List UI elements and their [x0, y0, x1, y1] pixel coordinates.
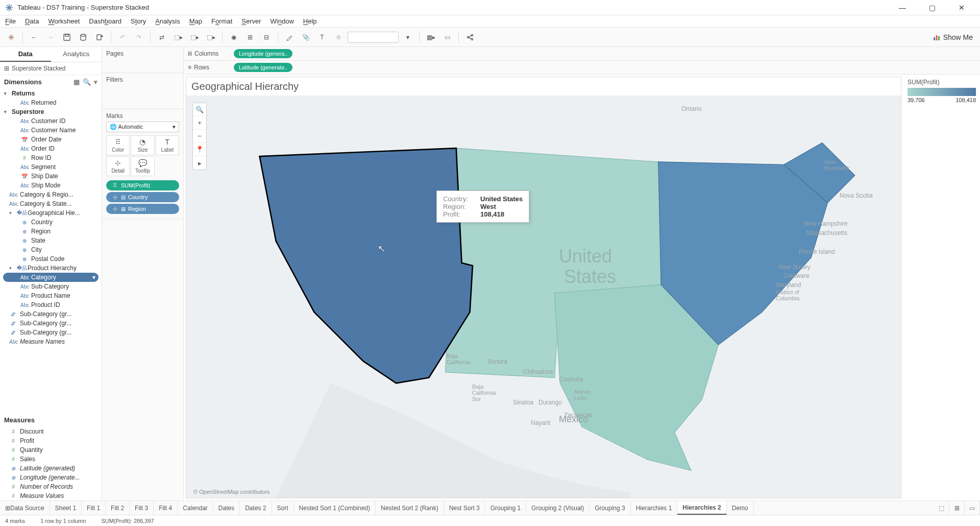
pill-country[interactable]: ⊹⊟ Country — [106, 192, 179, 202]
tab-nest3[interactable]: Nest Sort 3 — [444, 501, 485, 515]
text-button[interactable]: T — [315, 30, 329, 44]
menu-map[interactable]: Map — [189, 17, 202, 25]
filters-card[interactable]: Filters — [106, 76, 179, 83]
data-source-row[interactable]: ⊞ Superstore Stacked — [0, 62, 102, 75]
undo-button[interactable]: ↶ — [115, 30, 130, 44]
pill-latitude[interactable]: Latitude (generate.. — [234, 63, 292, 72]
menu-analysis[interactable]: Analysis — [155, 17, 180, 25]
pages-card[interactable]: Pages — [106, 50, 179, 57]
present-button[interactable]: ▭ — [440, 30, 454, 44]
pill-sum-profit[interactable]: ⠿SUM(Profit) — [106, 180, 179, 190]
rows-icon: ≡ — [188, 64, 191, 71]
menu-dashboard[interactable]: Dashboard — [89, 17, 121, 25]
forward-button[interactable]: → — [43, 30, 58, 44]
menu-file[interactable]: File — [5, 17, 16, 25]
svg-rect-21 — [938, 36, 940, 40]
tab-sheet1[interactable]: Sheet 1 — [50, 501, 82, 515]
menu-story[interactable]: Story — [131, 17, 146, 25]
menubar: File Data Worksheet Dashboard Story Anal… — [0, 15, 980, 28]
tab-dates[interactable]: Dates — [213, 501, 240, 515]
menu-icon[interactable]: ▾ — [94, 78, 97, 86]
tab-hier2[interactable]: Hierarchies 2 — [677, 501, 726, 515]
dimensions-list[interactable]: ▾Returns AbcReturned ▾Superstore AbcCust… — [0, 89, 102, 413]
marks-tooltip[interactable]: 💬Tooltip — [131, 156, 154, 176]
columns-shelf[interactable]: iiiColumns Longitude (genera.. — [184, 47, 980, 61]
new-story-button[interactable]: ▭ — [965, 501, 980, 515]
sort-desc-button[interactable]: ⬚▸ — [187, 30, 202, 44]
rows-shelf[interactable]: ≡Rows Latitude (generate.. — [184, 61, 980, 75]
totals-button[interactable]: ⬚▸ — [204, 30, 218, 44]
new-dashboard-button[interactable]: ⊞ — [949, 501, 965, 515]
map-zoom-out[interactable]: − — [193, 130, 206, 143]
analytics-tab[interactable]: Analytics — [51, 47, 102, 62]
svg-line-18 — [469, 37, 471, 39]
tab-dates2[interactable]: Dates 2 — [240, 501, 272, 515]
sort-asc-button[interactable]: ⬚▸ — [171, 30, 185, 44]
menu-data[interactable]: Data — [25, 17, 39, 25]
tab-sort[interactable]: Sort — [272, 501, 294, 515]
tab-data-source[interactable]: ⊞ Data Source — [0, 501, 50, 515]
tab-group2[interactable]: Grouping 2 (Visual) — [526, 501, 590, 515]
new-sheet-button[interactable] — [92, 30, 107, 44]
map-attribution: © OpenStreetMap contributors — [193, 489, 270, 495]
tab-calendar[interactable]: Calendar — [178, 501, 213, 515]
toolbar-search[interactable] — [348, 32, 399, 43]
marks-detail[interactable]: ⊹Detail — [106, 156, 130, 176]
tableau-icon[interactable] — [4, 30, 18, 44]
svg-rect-19 — [934, 37, 935, 40]
map-pin-button[interactable]: 📍 — [193, 143, 206, 156]
tab-nested1[interactable]: Nested Sort 1 (Combined) — [294, 501, 376, 515]
new-worksheet-button[interactable]: ⬚ — [934, 501, 949, 515]
data-tab[interactable]: Data — [0, 47, 51, 62]
marks-size[interactable]: ◔Size — [131, 135, 154, 155]
tab-filt4[interactable]: Filt 4 — [154, 501, 178, 515]
new-data-button[interactable] — [76, 30, 90, 44]
map-viz[interactable]: Geographical Hierarchy 🔍 + − 📍 ▸ United … — [186, 77, 901, 498]
maximize-button[interactable]: ▢ — [924, 2, 941, 14]
back-button[interactable]: ← — [27, 30, 41, 44]
tab-filt1[interactable]: Filt 1 — [82, 501, 106, 515]
view-icon[interactable]: ▦ — [74, 78, 80, 86]
tab-group1[interactable]: Grouping 1 — [485, 501, 526, 515]
map-expand-button[interactable]: ▸ — [193, 156, 206, 170]
mark-type-dropdown[interactable]: 🌐 Automatic▾ — [106, 122, 179, 132]
tab-nested2[interactable]: Nested Sort 2 (Rank) — [376, 501, 444, 515]
marks-color[interactable]: ⠿Color — [106, 135, 130, 155]
measures-list[interactable]: #Discount #Profit #Quantity #Sales ⊕Lati… — [0, 427, 102, 500]
menu-format[interactable]: Format — [211, 17, 232, 25]
highlight-button[interactable]: ◉ — [227, 30, 241, 44]
star-icon[interactable]: ☆ — [331, 30, 346, 44]
sheet-tabs: ⊞ Data Source Sheet 1 Filt 1 Filt 2 Filt… — [0, 500, 980, 515]
show-me-button[interactable]: Show Me — [930, 33, 976, 41]
pen-icon[interactable] — [282, 30, 297, 44]
tab-demo[interactable]: Demo — [727, 501, 754, 515]
labels-button[interactable]: ⊟ — [259, 30, 274, 44]
tab-hier1[interactable]: Hierarchies 1 — [631, 501, 678, 515]
share-icon[interactable] — [463, 30, 477, 44]
minimize-button[interactable]: — — [894, 2, 911, 14]
tableau-logo-icon — [5, 4, 13, 12]
marks-label[interactable]: TLabel — [156, 135, 179, 155]
menu-help[interactable]: Help — [303, 17, 317, 25]
search-icon[interactable]: 🔍 — [83, 78, 91, 86]
menu-worksheet[interactable]: Worksheet — [48, 17, 80, 25]
group-button[interactable]: ⊞ — [243, 30, 257, 44]
map-search-button[interactable]: 🔍 — [193, 103, 206, 116]
pill-region[interactable]: ⊹⊞ Region — [106, 204, 179, 214]
field-category[interactable]: AbcCategory▾ — [3, 273, 99, 282]
swap-button[interactable]: ⇄ — [155, 30, 169, 44]
pill-longitude[interactable]: Longitude (genera.. — [234, 49, 292, 58]
tab-filt3[interactable]: Filt 3 — [130, 501, 154, 515]
redo-button[interactable]: ↷ — [132, 30, 146, 44]
pin-icon[interactable]: 📎 — [299, 30, 313, 44]
close-button[interactable]: ✕ — [953, 2, 970, 14]
tab-group3[interactable]: Grouping 3 — [590, 501, 630, 515]
save-button[interactable] — [60, 30, 74, 44]
color-legend[interactable]: SUM(Profit) 39,706108,418 — [903, 75, 980, 500]
map-zoom-in[interactable]: + — [193, 116, 206, 130]
search-dd[interactable]: ▾ — [401, 30, 415, 44]
fit-button[interactable]: ▦▸ — [424, 30, 438, 44]
tab-filt2[interactable]: Filt 2 — [106, 501, 130, 515]
menu-server[interactable]: Server — [241, 17, 261, 25]
menu-window[interactable]: Window — [271, 17, 294, 25]
